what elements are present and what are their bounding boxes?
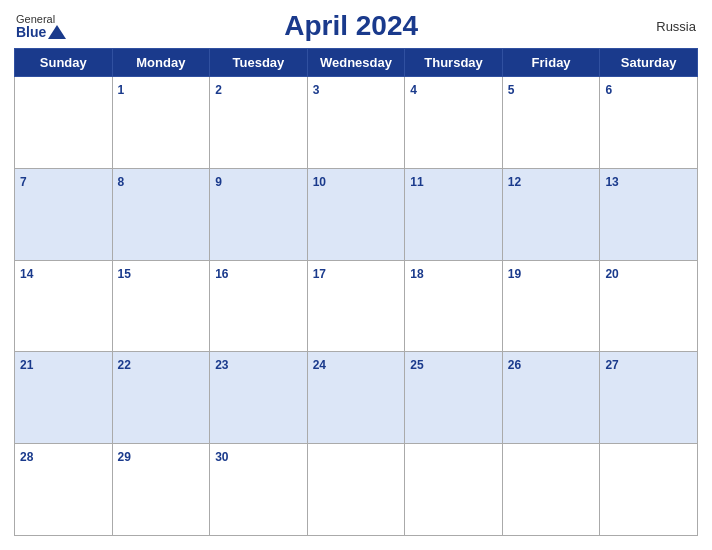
day-number: 9 <box>215 175 222 189</box>
calendar-day-cell: 11 <box>405 168 503 260</box>
calendar-day-cell <box>600 444 698 536</box>
day-number: 11 <box>410 175 423 189</box>
logo-blue-text: Blue <box>16 25 46 39</box>
calendar-day-cell: 2 <box>210 77 308 169</box>
day-number: 8 <box>118 175 125 189</box>
header-thursday: Thursday <box>405 49 503 77</box>
calendar-day-cell: 13 <box>600 168 698 260</box>
calendar-day-cell: 6 <box>600 77 698 169</box>
day-number: 25 <box>410 358 423 372</box>
day-number: 13 <box>605 175 618 189</box>
calendar-week-row: 14151617181920 <box>15 260 698 352</box>
header-monday: Monday <box>112 49 210 77</box>
calendar-day-cell: 27 <box>600 352 698 444</box>
day-number: 5 <box>508 83 515 97</box>
calendar-day-cell: 14 <box>15 260 113 352</box>
day-number: 6 <box>605 83 612 97</box>
calendar-day-cell: 3 <box>307 77 405 169</box>
page-header: General Blue April 2024 Russia <box>14 10 698 42</box>
calendar-day-cell: 29 <box>112 444 210 536</box>
header-wednesday: Wednesday <box>307 49 405 77</box>
calendar-day-cell <box>15 77 113 169</box>
calendar-day-cell: 16 <box>210 260 308 352</box>
day-number: 15 <box>118 267 131 281</box>
calendar-day-cell: 5 <box>502 77 600 169</box>
country-label: Russia <box>636 19 696 34</box>
calendar-day-cell: 9 <box>210 168 308 260</box>
calendar-day-cell <box>502 444 600 536</box>
header-tuesday: Tuesday <box>210 49 308 77</box>
logo-general-text: General <box>16 14 55 25</box>
calendar-day-cell: 7 <box>15 168 113 260</box>
day-number: 20 <box>605 267 618 281</box>
day-number: 27 <box>605 358 618 372</box>
calendar-day-cell: 17 <box>307 260 405 352</box>
calendar-day-cell: 4 <box>405 77 503 169</box>
calendar-day-cell: 20 <box>600 260 698 352</box>
day-number: 23 <box>215 358 228 372</box>
day-number: 17 <box>313 267 326 281</box>
calendar-day-cell: 12 <box>502 168 600 260</box>
day-number: 24 <box>313 358 326 372</box>
day-number: 7 <box>20 175 27 189</box>
day-number: 21 <box>20 358 33 372</box>
calendar-day-cell: 30 <box>210 444 308 536</box>
header-sunday: Sunday <box>15 49 113 77</box>
calendar-day-cell: 22 <box>112 352 210 444</box>
day-number: 30 <box>215 450 228 464</box>
logo-triangle-icon <box>48 25 66 39</box>
day-number: 29 <box>118 450 131 464</box>
calendar-day-cell: 1 <box>112 77 210 169</box>
calendar-day-cell: 25 <box>405 352 503 444</box>
calendar-day-cell: 28 <box>15 444 113 536</box>
header-friday: Friday <box>502 49 600 77</box>
day-number: 4 <box>410 83 417 97</box>
calendar-week-row: 78910111213 <box>15 168 698 260</box>
day-number: 12 <box>508 175 521 189</box>
day-number: 10 <box>313 175 326 189</box>
calendar-title: April 2024 <box>66 10 636 42</box>
calendar-day-cell: 26 <box>502 352 600 444</box>
day-number: 1 <box>118 83 125 97</box>
calendar-day-cell: 19 <box>502 260 600 352</box>
logo: General Blue <box>16 14 66 39</box>
calendar-day-cell: 24 <box>307 352 405 444</box>
calendar-week-row: 123456 <box>15 77 698 169</box>
day-number: 19 <box>508 267 521 281</box>
svg-marker-0 <box>48 25 66 39</box>
calendar-day-cell: 15 <box>112 260 210 352</box>
day-number: 16 <box>215 267 228 281</box>
calendar-day-cell: 23 <box>210 352 308 444</box>
calendar-day-cell <box>405 444 503 536</box>
calendar-day-cell <box>307 444 405 536</box>
day-number: 2 <box>215 83 222 97</box>
day-number: 14 <box>20 267 33 281</box>
day-number: 3 <box>313 83 320 97</box>
calendar-day-cell: 18 <box>405 260 503 352</box>
day-number: 26 <box>508 358 521 372</box>
calendar-table: Sunday Monday Tuesday Wednesday Thursday… <box>14 48 698 536</box>
weekday-header-row: Sunday Monday Tuesday Wednesday Thursday… <box>15 49 698 77</box>
day-number: 22 <box>118 358 131 372</box>
day-number: 28 <box>20 450 33 464</box>
calendar-day-cell: 21 <box>15 352 113 444</box>
day-number: 18 <box>410 267 423 281</box>
calendar-week-row: 282930 <box>15 444 698 536</box>
calendar-week-row: 21222324252627 <box>15 352 698 444</box>
header-saturday: Saturday <box>600 49 698 77</box>
calendar-day-cell: 8 <box>112 168 210 260</box>
calendar-day-cell: 10 <box>307 168 405 260</box>
